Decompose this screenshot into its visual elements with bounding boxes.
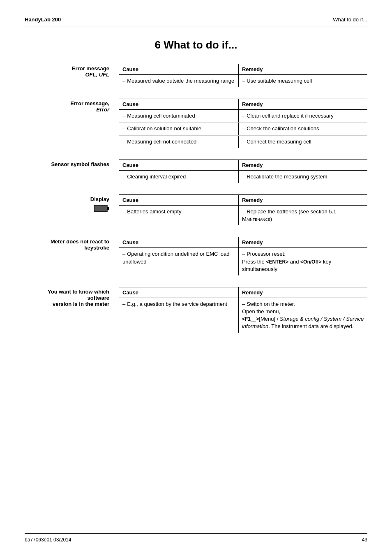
section-software: You want to know whichsoftwareversion is… xyxy=(25,287,367,333)
table-header-sensor: Cause Remedy xyxy=(119,160,367,171)
footer-page-number: 43 xyxy=(362,537,367,543)
page-title: 6 What to do if... xyxy=(25,39,367,51)
section-ofl-ufl: Error message OFL, UFL Cause Remedy –Mea… xyxy=(25,64,367,87)
remedy-header: Remedy xyxy=(238,64,367,74)
section-error: Error message, Error Cause Remedy –Measu… xyxy=(25,99,367,148)
table-header-ofl: Cause Remedy xyxy=(119,64,367,75)
table-header-display: Cause Remedy xyxy=(119,195,367,206)
section-label-software: You want to know whichsoftwareversion is… xyxy=(25,287,119,307)
remedy-header: Remedy xyxy=(238,99,367,109)
cause-cell: –Measuring cell not connected xyxy=(119,136,238,148)
table-error: Cause Remedy –Measuring cell contaminate… xyxy=(119,99,367,148)
section-label-ofl: Error message OFL, UFL xyxy=(25,64,119,78)
page-footer: ba77063e01 03/2014 43 xyxy=(25,533,367,543)
section-label-display: Display xyxy=(25,194,119,213)
header-product: HandyLab 200 xyxy=(25,16,61,23)
table-row: –Measured value outside the measuring ra… xyxy=(119,75,367,87)
table-row: –Batteries almost empty –Replace the bat… xyxy=(119,206,367,225)
cause-cell: –Measured value outside the measuring ra… xyxy=(119,75,238,87)
remedy-cell: –Processor reset:Press the <ENTER> and <… xyxy=(238,248,367,275)
remedy-header: Remedy xyxy=(238,195,367,205)
svg-rect-0 xyxy=(94,205,107,212)
footer-left: ba77063e01 03/2014 xyxy=(25,537,71,543)
section-sensor: Sensor symbol flashes Cause Remedy –Clea… xyxy=(25,160,367,183)
table-keystroke: Cause Remedy –Operating condition undefi… xyxy=(119,237,367,275)
cause-cell: –Measuring cell contaminated xyxy=(119,110,238,122)
page: HandyLab 200 What to do if... 6 What to … xyxy=(0,0,392,555)
remedy-cell: –Connect the measuring cell xyxy=(238,136,367,148)
section-label-keystroke: Meter does not react tokeystroke xyxy=(25,237,119,251)
section-label-sensor: Sensor symbol flashes xyxy=(25,160,119,167)
cause-header: Cause xyxy=(119,64,238,74)
table-row: –Cleaning interval expired –Recalibrate … xyxy=(119,171,367,183)
table-row: –Measuring cell not connected –Connect t… xyxy=(119,136,367,148)
cause-header: Cause xyxy=(119,160,238,170)
table-row: –E.g., a question by the service departm… xyxy=(119,298,367,333)
cause-header: Cause xyxy=(119,195,238,205)
remedy-header: Remedy xyxy=(238,287,367,298)
section-keystroke: Meter does not react tokeystroke Cause R… xyxy=(25,237,367,275)
remedy-cell: –Use suitable measuring cell xyxy=(238,75,367,87)
table-header-keystroke: Cause Remedy xyxy=(119,237,367,248)
table-display: Cause Remedy –Batteries almost empty –Re… xyxy=(119,194,367,225)
table-header-software: Cause Remedy xyxy=(119,287,367,298)
table-ofl: Cause Remedy –Measured value outside the… xyxy=(119,64,367,87)
remedy-cell: –Replace the batteries (see section 5.1 … xyxy=(238,206,367,225)
header-section: What to do if... xyxy=(333,16,367,23)
table-header-error: Cause Remedy xyxy=(119,99,367,110)
cause-header: Cause xyxy=(119,99,238,109)
remedy-cell: –Check the calibration solutions xyxy=(238,123,367,135)
table-sensor: Cause Remedy –Cleaning interval expired … xyxy=(119,160,367,183)
table-software: Cause Remedy –E.g., a question by the se… xyxy=(119,287,367,333)
remedy-cell: –Recalibrate the measuring system xyxy=(238,171,367,183)
remedy-header: Remedy xyxy=(238,237,367,247)
remedy-cell: –Switch on the meter.Open the menu,<F1__… xyxy=(238,298,367,333)
svg-rect-1 xyxy=(107,207,109,210)
remedy-cell: –Clean cell and replace it if necessary xyxy=(238,110,367,122)
battery-icon xyxy=(94,205,109,213)
cause-cell: –Batteries almost empty xyxy=(119,206,238,225)
remedy-header: Remedy xyxy=(238,160,367,170)
table-row: –Operating condition undefined or EMC lo… xyxy=(119,248,367,275)
section-display: Display Cause Remedy –Batteries almost e… xyxy=(25,194,367,225)
page-header: HandyLab 200 What to do if... xyxy=(25,16,367,26)
cause-cell: –Cleaning interval expired xyxy=(119,171,238,183)
cause-cell: –Calibration solution not suitable xyxy=(119,123,238,135)
section-label-error: Error message, Error xyxy=(25,99,119,113)
cause-cell: –Operating condition undefined or EMC lo… xyxy=(119,248,238,275)
cause-cell: –E.g., a question by the service departm… xyxy=(119,298,238,333)
cause-header: Cause xyxy=(119,287,238,298)
cause-header: Cause xyxy=(119,237,238,247)
table-row: –Measuring cell contaminated –Clean cell… xyxy=(119,110,367,123)
table-row: –Calibration solution not suitable –Chec… xyxy=(119,123,367,135)
